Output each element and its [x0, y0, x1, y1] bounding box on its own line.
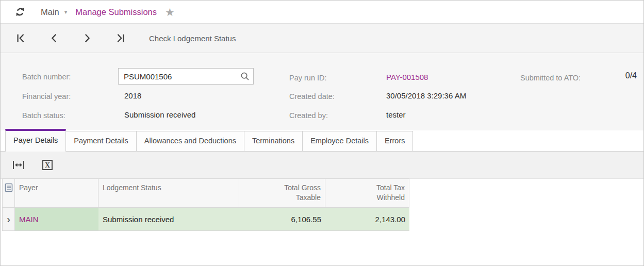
financial-year-label: Financial year:	[22, 92, 71, 101]
submitted-to-ato-label: Submitted to ATO:	[520, 74, 581, 82]
batch-status-value: Submission received	[124, 110, 195, 119]
submitted-to-ato-value: 0/4	[625, 71, 637, 80]
column-header-line: Total Gross	[243, 183, 321, 193]
column-header-line: Withheld	[329, 193, 405, 203]
row-settings-header[interactable]	[2, 179, 15, 207]
export-excel-icon: X	[41, 159, 54, 171]
column-header-lodgement-status[interactable]: Lodgement Status	[98, 179, 239, 207]
batch-number-label: Batch number:	[22, 73, 71, 81]
payer-cell: MAIN	[15, 208, 98, 230]
export-to-excel-button[interactable]: X	[40, 158, 55, 172]
first-record-icon	[15, 32, 27, 44]
first-record-button[interactable]	[15, 32, 27, 44]
created-date-label: Created date:	[289, 92, 335, 101]
chevron-left-icon	[48, 32, 60, 44]
manage-submissions-screen: Main ▾ Manage Submissions ★	[0, 0, 644, 266]
column-header-total-gross-taxable[interactable]: Total Gross Taxable	[239, 179, 325, 207]
fit-width-icon	[12, 160, 25, 170]
page-title: Manage Submissions	[75, 7, 157, 17]
detail-tabbar: Payer Details Payment Details Allowances…	[1, 130, 643, 152]
last-record-button[interactable]	[114, 32, 126, 44]
row-settings-icon	[5, 183, 13, 192]
check-lodgement-status-button[interactable]: Check Lodgement Status	[149, 34, 236, 43]
financial-year-value: 2018	[124, 91, 141, 100]
lodgement-status-cell: Submission received	[98, 208, 239, 230]
breadcrumb-workspace[interactable]: Main	[41, 7, 59, 17]
tab-payer-details[interactable]: Payer Details	[5, 129, 66, 152]
chevron-right-icon	[81, 32, 93, 44]
favorite-star-icon[interactable]: ★	[165, 7, 175, 18]
column-header-line: Total Tax	[329, 183, 405, 193]
total-tax-withheld-cell: 2,143.00	[325, 208, 409, 230]
tab-terminations[interactable]: Terminations	[244, 131, 303, 152]
batch-number-input[interactable]	[119, 72, 240, 81]
payer-details-grid: Payer Lodgement Status Total Gross Taxab…	[2, 178, 409, 231]
refresh-icon	[14, 6, 26, 18]
column-header-total-tax-withheld[interactable]: Total Tax Withheld	[325, 179, 409, 207]
chevron-down-icon[interactable]: ▾	[64, 9, 68, 15]
svg-text:X: X	[45, 161, 50, 169]
created-by-label: Created by:	[289, 111, 328, 120]
search-icon[interactable]	[240, 71, 250, 81]
previous-record-button[interactable]	[48, 32, 60, 44]
tab-employee-details[interactable]: Employee Details	[302, 131, 377, 152]
last-record-icon	[114, 32, 126, 44]
row-selector-cell: ›	[2, 208, 15, 230]
record-toolbar: Check Lodgement Status	[1, 24, 643, 53]
refresh-button[interactable]	[14, 6, 26, 18]
grid-toolbar: X	[1, 152, 643, 179]
breadcrumb-bar: Main ▾ Manage Submissions ★	[1, 1, 643, 24]
table-row[interactable]: › MAIN Submission received 6,106.55 2,14…	[2, 208, 409, 231]
grid-header-row: Payer Lodgement Status Total Gross Taxab…	[2, 178, 409, 208]
payer-link[interactable]: MAIN	[19, 215, 39, 224]
next-record-button[interactable]	[81, 32, 93, 44]
pay-run-id-link[interactable]: PAY-001508	[386, 73, 428, 81]
batch-number-field[interactable]	[118, 68, 254, 85]
tab-allowances-and-deductions[interactable]: Allowances and Deductions	[136, 131, 244, 152]
tab-payment-details[interactable]: Payment Details	[65, 131, 137, 152]
column-header-line: Taxable	[243, 193, 321, 203]
current-row-arrow-icon: ›	[7, 214, 10, 224]
batch-status-label: Batch status:	[22, 111, 65, 120]
created-date-value: 30/05/2018 3:29:36 AM	[386, 91, 466, 100]
column-header-payer[interactable]: Payer	[15, 179, 98, 207]
tab-errors[interactable]: Errors	[376, 131, 413, 152]
total-gross-taxable-cell: 6,106.55	[239, 208, 325, 230]
fit-to-screen-button[interactable]	[11, 158, 26, 172]
pay-run-id-label: Pay run ID:	[289, 74, 327, 82]
summary-form: Batch number: Financial year: 2018 Batch…	[1, 53, 643, 130]
created-by-value: tester	[386, 110, 406, 119]
